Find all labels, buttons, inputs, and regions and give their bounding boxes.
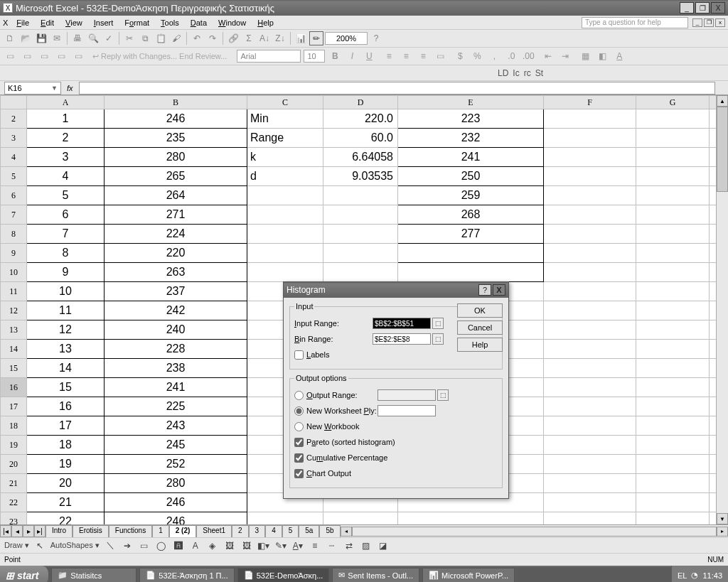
sheet-tab[interactable]: 3 [249, 525, 266, 537]
cell[interactable]: 9.03535 [323, 167, 398, 186]
col-header-B[interactable]: B [105, 96, 247, 109]
row-header[interactable]: 11 [1, 282, 27, 301]
name-box-dropdown-icon[interactable]: ▼ [51, 85, 58, 92]
euro-tool-3[interactable]: rc [524, 68, 531, 78]
cell[interactable]: 235 [105, 129, 247, 148]
col-header-E[interactable]: E [398, 96, 544, 109]
cell[interactable] [544, 320, 636, 340]
font-color-draw-icon[interactable]: A▾ [291, 539, 304, 552]
cell[interactable] [544, 148, 636, 167]
help-search-input[interactable]: Type a question for help [582, 17, 688, 28]
cell[interactable]: 11 [27, 301, 105, 320]
underline-icon[interactable]: U [362, 49, 376, 63]
row-header[interactable]: 5 [1, 167, 27, 186]
select-all-corner[interactable] [1, 96, 27, 109]
drawing-toggle-icon[interactable]: ✏ [309, 31, 323, 45]
cell[interactable] [544, 455, 636, 474]
select-objects-icon[interactable]: ↖ [33, 539, 46, 552]
tray-lang[interactable]: EL [678, 571, 687, 580]
font-color-icon[interactable]: A [612, 49, 626, 63]
cell[interactable]: 259 [398, 186, 544, 205]
format-painter-icon[interactable]: 🖌 [169, 31, 183, 45]
cell[interactable]: 241 [398, 148, 544, 167]
cell[interactable]: 17 [27, 416, 105, 436]
row-header[interactable]: 7 [1, 205, 27, 225]
row-header[interactable]: 18 [1, 416, 27, 436]
cell[interactable] [323, 512, 398, 525]
sheet-tab[interactable]: Sheet1 [196, 525, 232, 537]
cell[interactable]: 6.64058 [323, 148, 398, 167]
new-ply-field[interactable] [378, 405, 436, 416]
sheet-tab[interactable]: Intro [46, 525, 73, 537]
cell[interactable] [636, 474, 710, 493]
menu-insert[interactable]: Insert [88, 17, 119, 28]
cell[interactable]: d [247, 167, 323, 186]
cell[interactable]: 280 [105, 148, 247, 167]
cell[interactable]: 7 [27, 225, 105, 244]
doc-close-button[interactable]: x [715, 18, 725, 27]
cell[interactable]: 3 [27, 148, 105, 167]
col-header-A[interactable]: A [27, 96, 105, 109]
shadow-icon[interactable]: ▨ [360, 539, 373, 552]
new-icon[interactable]: 🗋 [3, 31, 17, 45]
fx-icon[interactable]: fx [61, 84, 79, 92]
row-header[interactable]: 10 [1, 263, 27, 282]
cell[interactable]: 14 [27, 359, 105, 378]
cell[interactable]: 242 [105, 301, 247, 320]
cell[interactable] [636, 436, 710, 455]
cell[interactable]: 246 [105, 109, 247, 129]
row-header[interactable]: 19 [1, 436, 27, 455]
close-button[interactable]: X [711, 2, 725, 14]
euro-tool-2[interactable]: Ic [513, 68, 519, 78]
dash-style-icon[interactable]: ┄ [326, 539, 338, 552]
preview-icon[interactable]: 🔍 [86, 31, 100, 45]
scroll-up-icon[interactable]: ▲ [717, 95, 728, 107]
col-header-F[interactable]: F [544, 96, 636, 109]
doc-minimize-button[interactable]: _ [692, 18, 702, 27]
row-header[interactable]: 16 [1, 378, 27, 397]
save-icon[interactable]: 💾 [34, 31, 48, 45]
menu-data[interactable]: Data [185, 17, 213, 28]
cell[interactable] [544, 109, 636, 129]
row-header[interactable]: 23 [1, 512, 27, 525]
new-wb-radio[interactable] [294, 422, 304, 431]
cancel-button[interactable]: Cancel [457, 320, 503, 335]
cell[interactable] [544, 493, 636, 512]
cell[interactable]: 1 [27, 109, 105, 129]
sum-icon[interactable]: Σ [242, 31, 256, 45]
review-icon-4[interactable]: ▭ [54, 49, 68, 63]
draw-menu[interactable]: Draw ▾ [4, 541, 29, 550]
output-range-radio[interactable] [294, 391, 304, 400]
cell[interactable] [544, 359, 636, 378]
cell[interactable]: 15 [27, 378, 105, 397]
line-icon[interactable]: ＼ [104, 539, 117, 552]
textbox-icon[interactable]: 🅰 [172, 539, 185, 552]
col-header-D[interactable]: D [323, 96, 398, 109]
chart-wizard-icon[interactable]: 📊 [294, 31, 308, 45]
print-icon[interactable]: 🖶 [70, 31, 85, 45]
labels-checkbox[interactable] [294, 350, 304, 360]
cell[interactable] [323, 186, 398, 205]
menu-window[interactable]: Window [213, 17, 252, 28]
cell[interactable]: 224 [105, 225, 247, 244]
cell[interactable]: 12 [27, 320, 105, 340]
cell[interactable]: Range [247, 129, 323, 148]
cell[interactable]: k [247, 148, 323, 167]
fill-color-icon[interactable]: ◧ [595, 49, 609, 63]
percent-icon[interactable]: % [470, 49, 484, 63]
cell[interactable]: 237 [105, 282, 247, 301]
cell[interactable]: 21 [27, 493, 105, 512]
wordart-icon[interactable]: A [189, 539, 202, 552]
col-header-G[interactable]: G [636, 96, 710, 109]
tab-nav-next-icon[interactable]: ▸ [23, 525, 34, 537]
row-header[interactable]: 22 [1, 493, 27, 512]
link-icon[interactable]: 🔗 [226, 31, 240, 45]
cell[interactable] [636, 512, 710, 525]
cell[interactable]: 220 [105, 244, 247, 263]
font-size-combo[interactable]: 10 [304, 50, 325, 63]
cell[interactable]: 245 [105, 436, 247, 455]
minimize-button[interactable]: _ [680, 2, 694, 14]
borders-icon[interactable]: ▦ [578, 49, 592, 63]
picture-icon[interactable]: 🖼 [240, 539, 253, 552]
cell[interactable] [544, 397, 636, 416]
